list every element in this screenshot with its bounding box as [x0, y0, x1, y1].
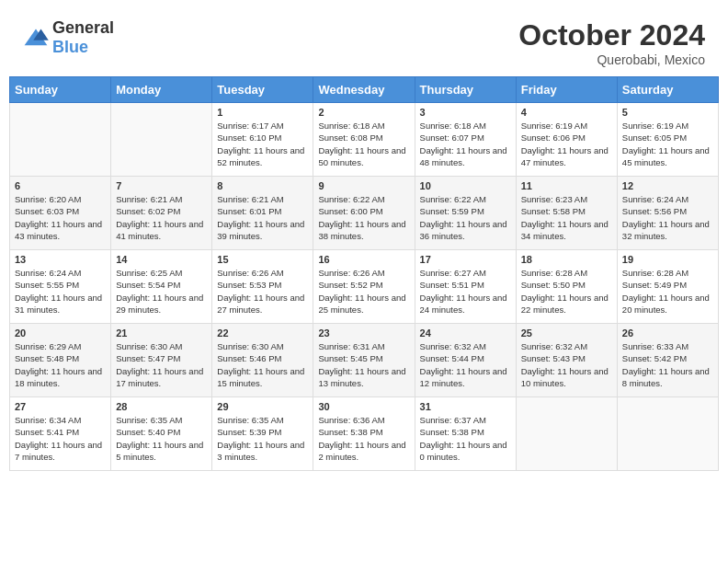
day-info: Sunrise: 6:24 AMSunset: 5:55 PMDaylight:… [15, 267, 106, 316]
weekday-header-thursday: Thursday [415, 77, 516, 103]
calendar-cell: 12Sunrise: 6:24 AMSunset: 5:56 PMDayligh… [617, 177, 718, 250]
calendar-cell: 23Sunrise: 6:31 AMSunset: 5:45 PMDayligh… [313, 324, 415, 397]
week-row-2: 6Sunrise: 6:20 AMSunset: 6:03 PMDaylight… [10, 177, 719, 250]
day-number: 18 [521, 254, 612, 265]
calendar-cell: 20Sunrise: 6:29 AMSunset: 5:48 PMDayligh… [10, 324, 111, 397]
day-info: Sunrise: 6:36 AMSunset: 5:38 PMDaylight:… [318, 414, 409, 463]
day-number: 8 [217, 180, 308, 191]
day-number: 30 [318, 401, 409, 412]
calendar-cell [516, 397, 617, 471]
day-number: 15 [217, 254, 308, 265]
day-info: Sunrise: 6:35 AMSunset: 5:39 PMDaylight:… [217, 414, 308, 463]
day-info: Sunrise: 6:22 AMSunset: 6:00 PMDaylight:… [318, 193, 409, 242]
day-number: 1 [217, 107, 308, 118]
day-number: 4 [521, 107, 612, 118]
calendar-cell [617, 397, 718, 471]
week-row-4: 20Sunrise: 6:29 AMSunset: 5:48 PMDayligh… [10, 324, 719, 397]
day-number: 3 [420, 107, 511, 118]
day-number: 19 [622, 254, 713, 265]
day-number: 22 [217, 327, 308, 339]
day-info: Sunrise: 6:31 AMSunset: 5:45 PMDaylight:… [318, 340, 409, 389]
calendar-cell: 6Sunrise: 6:20 AMSunset: 6:03 PMDaylight… [10, 177, 111, 250]
day-info: Sunrise: 6:17 AMSunset: 6:10 PMDaylight:… [217, 120, 308, 168]
calendar-table: SundayMondayTuesdayWednesdayThursdayFrid… [9, 76, 719, 471]
weekday-header-tuesday: Tuesday [212, 77, 313, 103]
day-info: Sunrise: 6:30 AMSunset: 5:47 PMDaylight:… [116, 340, 207, 389]
calendar-cell: 5Sunrise: 6:19 AMSunset: 6:05 PMDaylight… [617, 103, 718, 177]
weekday-header-wednesday: Wednesday [313, 77, 415, 103]
weekday-header-monday: Monday [111, 77, 212, 103]
calendar-cell: 29Sunrise: 6:35 AMSunset: 5:39 PMDayligh… [212, 397, 313, 471]
week-row-3: 13Sunrise: 6:24 AMSunset: 5:55 PMDayligh… [10, 250, 719, 324]
calendar-cell: 25Sunrise: 6:32 AMSunset: 5:43 PMDayligh… [516, 324, 617, 397]
day-info: Sunrise: 6:19 AMSunset: 6:06 PMDaylight:… [521, 120, 612, 168]
day-info: Sunrise: 6:27 AMSunset: 5:51 PMDaylight:… [420, 267, 511, 316]
calendar-cell: 16Sunrise: 6:26 AMSunset: 5:52 PMDayligh… [313, 250, 415, 324]
calendar-cell: 21Sunrise: 6:30 AMSunset: 5:47 PMDayligh… [111, 324, 212, 397]
calendar-cell: 14Sunrise: 6:25 AMSunset: 5:54 PMDayligh… [111, 250, 212, 324]
day-number: 13 [15, 254, 106, 265]
day-number: 23 [318, 327, 409, 339]
calendar-cell: 11Sunrise: 6:23 AMSunset: 5:58 PMDayligh… [516, 177, 617, 250]
day-number: 10 [420, 180, 511, 191]
calendar-cell: 28Sunrise: 6:35 AMSunset: 5:40 PMDayligh… [111, 397, 212, 471]
day-info: Sunrise: 6:25 AMSunset: 5:54 PMDaylight:… [116, 267, 207, 316]
day-info: Sunrise: 6:20 AMSunset: 6:03 PMDaylight:… [15, 193, 106, 242]
day-number: 27 [15, 401, 106, 412]
day-info: Sunrise: 6:22 AMSunset: 5:59 PMDaylight:… [420, 193, 511, 242]
calendar-cell: 31Sunrise: 6:37 AMSunset: 5:38 PMDayligh… [415, 397, 516, 471]
day-number: 11 [521, 180, 612, 191]
day-info: Sunrise: 6:32 AMSunset: 5:43 PMDaylight:… [521, 340, 612, 389]
day-number: 7 [116, 180, 207, 191]
day-number: 2 [318, 107, 409, 118]
day-info: Sunrise: 6:29 AMSunset: 5:48 PMDaylight:… [15, 340, 106, 389]
day-number: 20 [15, 327, 106, 339]
calendar-cell [111, 103, 212, 177]
calendar-cell: 7Sunrise: 6:21 AMSunset: 6:02 PMDaylight… [111, 177, 212, 250]
day-number: 6 [15, 180, 106, 191]
calendar-cell: 30Sunrise: 6:36 AMSunset: 5:38 PMDayligh… [313, 397, 415, 471]
day-number: 16 [318, 254, 409, 265]
calendar-cell: 9Sunrise: 6:22 AMSunset: 6:00 PMDaylight… [313, 177, 415, 250]
day-number: 21 [116, 327, 207, 339]
calendar-cell: 1Sunrise: 6:17 AMSunset: 6:10 PMDaylight… [212, 103, 313, 177]
calendar-cell: 17Sunrise: 6:27 AMSunset: 5:51 PMDayligh… [415, 250, 516, 324]
weekday-header-saturday: Saturday [617, 77, 718, 103]
day-number: 28 [116, 401, 207, 412]
day-info: Sunrise: 6:35 AMSunset: 5:40 PMDaylight:… [116, 414, 207, 463]
day-info: Sunrise: 6:26 AMSunset: 5:53 PMDaylight:… [217, 267, 308, 316]
day-info: Sunrise: 6:32 AMSunset: 5:44 PMDaylight:… [420, 340, 511, 389]
day-info: Sunrise: 6:37 AMSunset: 5:38 PMDaylight:… [420, 414, 511, 463]
calendar-cell: 3Sunrise: 6:18 AMSunset: 6:07 PMDaylight… [415, 103, 516, 177]
day-info: Sunrise: 6:28 AMSunset: 5:49 PMDaylight:… [622, 267, 713, 316]
week-row-1: 1Sunrise: 6:17 AMSunset: 6:10 PMDaylight… [10, 103, 719, 177]
day-info: Sunrise: 6:23 AMSunset: 5:58 PMDaylight:… [521, 193, 612, 242]
day-info: Sunrise: 6:34 AMSunset: 5:41 PMDaylight:… [15, 414, 106, 463]
calendar-cell: 2Sunrise: 6:18 AMSunset: 6:08 PMDaylight… [313, 103, 415, 177]
day-number: 5 [622, 107, 713, 118]
calendar-cell: 22Sunrise: 6:30 AMSunset: 5:46 PMDayligh… [212, 324, 313, 397]
calendar-cell: 18Sunrise: 6:28 AMSunset: 5:50 PMDayligh… [516, 250, 617, 324]
day-info: Sunrise: 6:19 AMSunset: 6:05 PMDaylight:… [622, 120, 713, 168]
day-number: 24 [420, 327, 511, 339]
weekday-header-row: SundayMondayTuesdayWednesdayThursdayFrid… [10, 77, 719, 103]
logo-general-text: General [52, 18, 114, 37]
calendar-cell: 19Sunrise: 6:28 AMSunset: 5:49 PMDayligh… [617, 250, 718, 324]
day-number: 12 [622, 180, 713, 191]
month-title: October 2024 [518, 18, 705, 52]
calendar-title-block: October 2024 Querobabi, Mexico [518, 18, 705, 67]
calendar-cell: 26Sunrise: 6:33 AMSunset: 5:42 PMDayligh… [617, 324, 718, 397]
calendar-cell: 24Sunrise: 6:32 AMSunset: 5:44 PMDayligh… [415, 324, 516, 397]
calendar-cell: 8Sunrise: 6:21 AMSunset: 6:01 PMDaylight… [212, 177, 313, 250]
location-title: Querobabi, Mexico [518, 52, 705, 67]
generalblue-logo-icon [23, 28, 49, 48]
day-number: 31 [420, 401, 511, 412]
day-info: Sunrise: 6:21 AMSunset: 6:01 PMDaylight:… [217, 193, 308, 242]
weekday-header-friday: Friday [516, 77, 617, 103]
calendar-cell: 15Sunrise: 6:26 AMSunset: 5:53 PMDayligh… [212, 250, 313, 324]
day-number: 25 [521, 327, 612, 339]
day-info: Sunrise: 6:21 AMSunset: 6:02 PMDaylight:… [116, 193, 207, 242]
calendar-cell: 13Sunrise: 6:24 AMSunset: 5:55 PMDayligh… [10, 250, 111, 324]
calendar-cell: 4Sunrise: 6:19 AMSunset: 6:06 PMDaylight… [516, 103, 617, 177]
day-info: Sunrise: 6:33 AMSunset: 5:42 PMDaylight:… [622, 340, 713, 389]
